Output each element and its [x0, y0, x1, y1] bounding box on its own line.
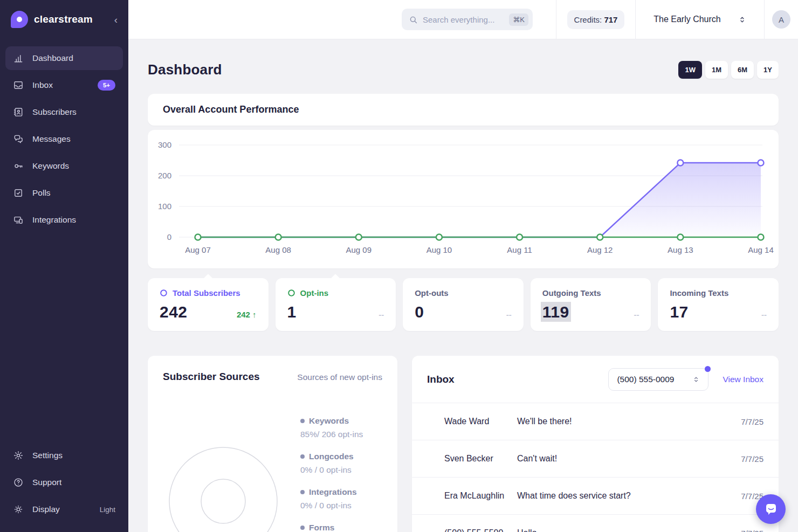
sources-legend: Keywords 85%/ 206 opt-ins Longcodes 0% /… — [300, 416, 363, 532]
inbox-phone-select[interactable]: (500) 555-0009 — [608, 368, 708, 391]
range-button-6m[interactable]: 6M — [731, 61, 754, 79]
stat-card-0[interactable]: Total Subscribers 242 242 ↑ — [148, 278, 269, 331]
performance-header-card: Overall Account Performance — [148, 94, 779, 126]
stat-card-3[interactable]: Outgoing Texts 119 -- — [531, 278, 651, 331]
stat-change: -- — [761, 310, 767, 320]
svg-text:Aug 10: Aug 10 — [426, 245, 452, 254]
message-preview: Hello — [517, 528, 741, 532]
stat-value: 17 — [670, 304, 688, 320]
stat-card-4[interactable]: Incoming Texts 17 -- — [658, 278, 779, 331]
sidebar-item-label: Integrations — [32, 215, 76, 225]
clearstream-logo-icon — [11, 11, 28, 28]
stat-change: 242 ↑ — [237, 310, 257, 320]
brand-logo: clearstream ‹ — [0, 0, 128, 31]
account-name: The Early Church — [653, 15, 721, 24]
sidebar-footer: Settings Support Display Light — [0, 444, 128, 532]
sidebar-collapse-icon[interactable]: ‹ — [114, 15, 118, 25]
svg-text:Aug 08: Aug 08 — [265, 245, 291, 254]
sun-icon — [13, 504, 24, 515]
svg-text:Aug 13: Aug 13 — [668, 245, 693, 254]
sidebar-item-integrations[interactable]: Integrations — [5, 208, 123, 232]
legend-item-forms: Forms — [300, 523, 363, 532]
main-area: ⌘K Credits: 717 The Early Church A Dashb… — [128, 0, 798, 532]
bar-chart-icon — [13, 53, 24, 64]
search-icon — [409, 15, 418, 24]
sidebar-item-keywords[interactable]: Keywords — [5, 154, 123, 178]
stat-value: 119 — [542, 304, 569, 320]
global-search[interactable]: ⌘K — [402, 9, 533, 30]
inbox-row-3[interactable]: (500) 555-5500 Hello 7/7/25 — [412, 514, 779, 532]
topbar: ⌘K Credits: 717 The Early Church A — [128, 0, 798, 39]
inbox-card: Inbox (500) 555-0009 View Inbox Wade War… — [412, 356, 779, 532]
sidebar-item-label: Display — [32, 505, 60, 514]
chat-widget-button[interactable] — [756, 494, 786, 524]
message-date: 7/7/25 — [741, 417, 763, 426]
question-circle-icon — [13, 477, 24, 488]
sidebar-item-inbox[interactable]: Inbox 5+ — [5, 73, 123, 97]
sidebar-item-polls[interactable]: Polls — [5, 181, 123, 205]
stat-label-total-subscribers: Total Subscribers — [160, 288, 257, 298]
card-notch — [203, 274, 214, 285]
gear-icon — [13, 450, 24, 461]
sidebar-item-label: Subscribers — [32, 107, 77, 117]
sidebar-item-subscribers[interactable]: Subscribers — [5, 100, 123, 124]
credits-badge[interactable]: Credits: 717 — [567, 10, 625, 29]
sender-name: Era McLaughlin — [444, 491, 517, 501]
legend-item-longcodes: Longcodes 0% / 0 opt-ins — [300, 452, 363, 475]
stat-card-2[interactable]: Opt-outs 0 -- — [403, 278, 524, 331]
sidebar-item-label: Polls — [32, 188, 51, 198]
inbox-row-1[interactable]: Sven Becker Can't wait! 7/7/25 — [412, 440, 779, 477]
legend-item-keywords: Keywords 85%/ 206 opt-ins — [300, 416, 363, 439]
stat-change: -- — [379, 310, 384, 320]
range-button-1w[interactable]: 1W — [678, 61, 702, 79]
time-range-group: 1W 1M 6M 1Y — [678, 61, 779, 79]
address-book-icon — [13, 107, 24, 118]
key-icon — [13, 161, 24, 171]
sender-name: Wade Ward — [444, 417, 517, 426]
display-mode-value: Light — [100, 506, 115, 514]
sender-name: Sven Becker — [444, 454, 517, 464]
svg-text:Aug 07: Aug 07 — [185, 245, 211, 254]
search-input[interactable] — [423, 15, 504, 24]
performance-chart-card: 0100200300Aug 07Aug 08Aug 09Aug 10Aug 11… — [148, 130, 779, 268]
performance-title: Overall Account Performance — [163, 104, 299, 115]
inbox-row-2[interactable]: Era McLaughlin What time does service st… — [412, 477, 779, 514]
stat-card-1[interactable]: Opt-ins 1 -- — [276, 278, 396, 331]
legend-dot-icon — [300, 490, 305, 494]
sidebar-item-label: Keywords — [32, 161, 69, 171]
sidebar-item-display[interactable]: Display Light — [5, 498, 123, 521]
avatar[interactable]: A — [772, 10, 790, 29]
sidebar-nav: Dashboard Inbox 5+ Subscribers Messages … — [0, 46, 128, 232]
search-shortcut-badge: ⌘K — [509, 13, 528, 26]
legend-dot-icon — [300, 454, 305, 459]
message-preview: We'll be there! — [517, 417, 741, 426]
range-button-1m[interactable]: 1M — [705, 61, 728, 79]
stat-change: -- — [506, 310, 512, 320]
stat-label-outgoing-texts: Outgoing Texts — [542, 288, 639, 298]
legend-dot-icon — [300, 526, 305, 530]
message-date: 7/7/25 — [741, 454, 763, 464]
inbox-row-0[interactable]: Wade Ward We'll be there! 7/7/25 — [412, 403, 779, 440]
inbox-icon — [13, 80, 24, 91]
view-inbox-link[interactable]: View Inbox — [723, 375, 763, 384]
stat-label-opt-outs: Opt-outs — [415, 288, 512, 298]
range-button-1y[interactable]: 1Y — [757, 61, 779, 79]
sidebar: clearstream ‹ Dashboard Inbox 5+ Subscri… — [0, 0, 128, 532]
sidebar-item-support[interactable]: Support — [5, 471, 123, 494]
dashboard-content: Dashboard 1W 1M 6M 1Y Overall Account Pe… — [128, 39, 798, 532]
sidebar-item-label: Dashboard — [32, 53, 73, 63]
message-preview: What time does service start? — [517, 491, 741, 501]
legend-item-integrations: Integrations 0% / 0 opt-ins — [300, 487, 363, 510]
sidebar-item-label: Settings — [32, 451, 63, 460]
svg-text:100: 100 — [158, 202, 171, 211]
sidebar-item-dashboard[interactable]: Dashboard — [5, 46, 123, 70]
stat-value: 0 — [415, 304, 424, 320]
sidebar-item-settings[interactable]: Settings — [5, 444, 123, 467]
sender-name: (500) 555-5500 — [444, 528, 517, 532]
stat-value: 1 — [287, 304, 297, 320]
account-selector[interactable]: The Early Church — [636, 15, 764, 24]
chevron-up-down-icon — [738, 16, 746, 24]
sidebar-item-messages[interactable]: Messages — [5, 127, 123, 151]
checkbox-icon — [13, 188, 24, 198]
stat-change: -- — [634, 310, 639, 320]
